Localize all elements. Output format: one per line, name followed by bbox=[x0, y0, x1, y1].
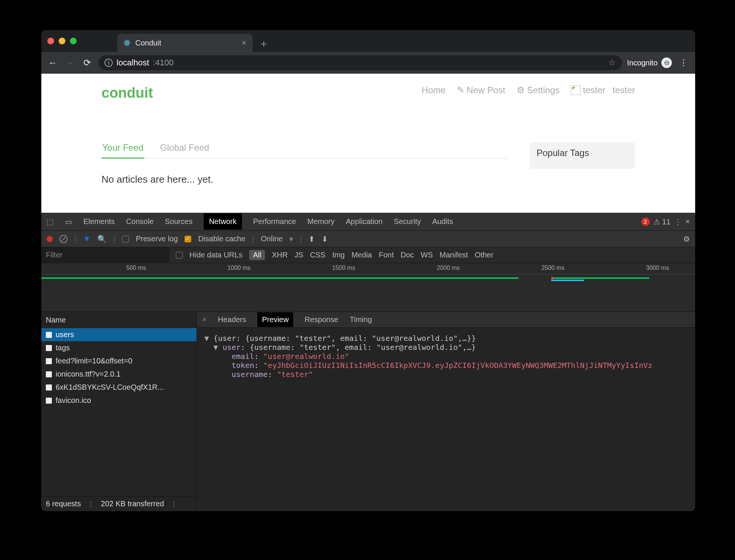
name-column-header[interactable]: Name bbox=[41, 312, 197, 328]
devtools-tab[interactable]: Audits bbox=[432, 217, 453, 226]
devtools-tab[interactable]: Console bbox=[126, 217, 153, 226]
network-filter-bar: Filter Hide data URLs All XHR JS CSS Img… bbox=[41, 247, 695, 263]
request-row[interactable]: favicon.ico bbox=[41, 394, 197, 407]
download-icon[interactable]: ⬇ bbox=[322, 235, 328, 244]
filter-icon[interactable]: ▼ bbox=[83, 235, 91, 243]
type-js[interactable]: JS bbox=[295, 251, 303, 259]
request-detail: × Headers Preview Response Timing ▼ {use… bbox=[197, 312, 695, 511]
request-row[interactable]: tags bbox=[41, 341, 197, 354]
file-icon bbox=[46, 384, 52, 390]
app-brand[interactable]: conduit bbox=[101, 85, 153, 101]
avatar-broken-icon bbox=[571, 85, 581, 95]
tab-your-feed[interactable]: Your Feed bbox=[101, 142, 144, 159]
throttling-select[interactable]: Online bbox=[261, 235, 283, 243]
incognito-indicator: Incognito ⊖ bbox=[627, 58, 672, 68]
type-other[interactable]: Other bbox=[475, 251, 493, 259]
tab-strip: Conduit × ＋ bbox=[41, 30, 695, 52]
chevron-down-icon[interactable]: ▾ bbox=[289, 235, 293, 244]
request-list: Name users tags feed?limit=10&offset=0 i… bbox=[41, 312, 197, 511]
compose-icon: ✎ bbox=[457, 85, 464, 95]
response-preview[interactable]: ▼ {user: {username: "tester", email: "us… bbox=[197, 328, 695, 511]
nav-new-post-link[interactable]: ✎New Post bbox=[457, 85, 505, 95]
request-row[interactable]: ionicons.ttf?v=2.0.1 bbox=[41, 368, 197, 381]
type-xhr[interactable]: XHR bbox=[272, 251, 287, 259]
transfer-size: 202 KB transferred bbox=[101, 499, 164, 508]
devtools-tab[interactable]: Security bbox=[394, 217, 421, 226]
type-ws[interactable]: WS bbox=[421, 251, 433, 259]
file-icon bbox=[46, 398, 52, 404]
request-row[interactable]: users bbox=[41, 328, 197, 341]
tab-global-feed[interactable]: Global Feed bbox=[159, 142, 210, 158]
gear-icon: ⚙ bbox=[517, 85, 525, 95]
browser-tab[interactable]: Conduit × bbox=[117, 34, 253, 52]
url-port: :4100 bbox=[153, 58, 174, 68]
devtools-tab[interactable]: Performance bbox=[253, 217, 296, 226]
type-manifest[interactable]: Manifest bbox=[440, 251, 468, 259]
tab-title: Conduit bbox=[135, 39, 161, 47]
nav-user-link[interactable]: tester tester bbox=[571, 85, 635, 95]
inspect-element-icon[interactable]: ⬚ bbox=[47, 217, 54, 226]
hide-data-urls-label: Hide data URLs bbox=[189, 251, 242, 259]
popular-tags-sidebar: Popular Tags bbox=[530, 142, 635, 169]
search-icon[interactable]: 🔍 bbox=[97, 235, 107, 244]
preserve-log-checkbox[interactable] bbox=[122, 236, 129, 242]
device-toolbar-icon[interactable]: ▭ bbox=[65, 217, 72, 226]
devtools-kebab-icon[interactable]: ⋮ bbox=[674, 217, 682, 226]
network-toolbar: | ▼ 🔍 | Preserve log Disable cache | Onl… bbox=[41, 231, 695, 247]
detail-tab-response[interactable]: Response bbox=[304, 315, 338, 324]
page-content: conduit Home ✎New Post ⚙Settings tester … bbox=[41, 74, 695, 213]
minimize-window-button[interactable] bbox=[59, 38, 65, 44]
type-font[interactable]: Font bbox=[379, 251, 394, 259]
detail-tab-preview[interactable]: Preview bbox=[257, 312, 293, 327]
settings-gear-icon[interactable]: ⚙ bbox=[683, 235, 690, 244]
file-icon bbox=[46, 358, 52, 364]
disable-cache-label: Disable cache bbox=[198, 235, 245, 243]
devtools-tab-network[interactable]: Network bbox=[204, 213, 242, 230]
network-timeline[interactable]: 500 ms 1000 ms 1500 ms 2000 ms 2500 ms 3… bbox=[41, 263, 695, 312]
browser-window: Conduit × ＋ ← → ⟳ i localhost:4100 ☆ Inc… bbox=[41, 30, 695, 511]
devtools-tabbar: ⬚ ▭ Elements Console Sources Network Per… bbox=[41, 213, 695, 231]
type-doc[interactable]: Doc bbox=[401, 251, 414, 259]
incognito-icon: ⊖ bbox=[661, 58, 672, 68]
type-css[interactable]: CSS bbox=[310, 251, 325, 259]
empty-feed-message: No articles are here... yet. bbox=[101, 159, 507, 185]
close-detail-icon[interactable]: × bbox=[202, 315, 207, 324]
browser-menu-button[interactable]: ⋮ bbox=[677, 58, 690, 68]
type-all[interactable]: All bbox=[249, 250, 265, 260]
incognito-label: Incognito bbox=[627, 59, 658, 67]
warnings-badge[interactable]: ⚠ 11 bbox=[653, 217, 671, 226]
nav-settings-link[interactable]: ⚙Settings bbox=[517, 85, 560, 95]
devtools-tab[interactable]: Sources bbox=[165, 217, 192, 226]
nav-home-link[interactable]: Home bbox=[422, 85, 446, 95]
clear-button[interactable] bbox=[59, 235, 68, 243]
devtools-tab[interactable]: Application bbox=[346, 217, 383, 226]
nav-back-button[interactable]: ← bbox=[47, 58, 59, 68]
bookmark-star-icon[interactable]: ☆ bbox=[608, 58, 616, 68]
upload-icon[interactable]: ⬆ bbox=[309, 235, 315, 244]
request-row[interactable]: 6xK1dSBYKcSV-LCoeQqfX1R... bbox=[41, 381, 197, 394]
close-window-button[interactable] bbox=[47, 38, 54, 44]
nav-reload-button[interactable]: ⟳ bbox=[81, 58, 93, 68]
omnibox[interactable]: i localhost:4100 ☆ bbox=[98, 55, 622, 70]
type-media[interactable]: Media bbox=[351, 251, 372, 259]
react-icon bbox=[123, 39, 131, 47]
devtools-tab[interactable]: Memory bbox=[307, 217, 334, 226]
devtools: ⬚ ▭ Elements Console Sources Network Per… bbox=[41, 213, 695, 511]
detail-tab-timing[interactable]: Timing bbox=[350, 315, 372, 324]
type-img[interactable]: Img bbox=[332, 251, 345, 259]
devtools-close-icon[interactable]: × bbox=[685, 217, 690, 226]
site-info-icon[interactable]: i bbox=[104, 59, 113, 67]
close-tab-icon[interactable]: × bbox=[242, 38, 247, 48]
maximize-window-button[interactable] bbox=[70, 38, 77, 44]
url-host: localhost bbox=[116, 58, 149, 68]
nav-forward-button[interactable]: → bbox=[64, 58, 76, 68]
hide-data-urls-checkbox[interactable] bbox=[176, 252, 183, 259]
devtools-tab[interactable]: Elements bbox=[83, 217, 115, 226]
request-row[interactable]: feed?limit=10&offset=0 bbox=[41, 354, 197, 368]
detail-tab-headers[interactable]: Headers bbox=[218, 315, 247, 324]
filter-input[interactable]: Filter bbox=[41, 247, 169, 263]
new-tab-button[interactable]: ＋ bbox=[256, 35, 272, 52]
disable-cache-checkbox[interactable] bbox=[185, 236, 191, 242]
errors-badge[interactable]: 2 bbox=[641, 218, 650, 226]
record-button[interactable] bbox=[47, 236, 53, 242]
